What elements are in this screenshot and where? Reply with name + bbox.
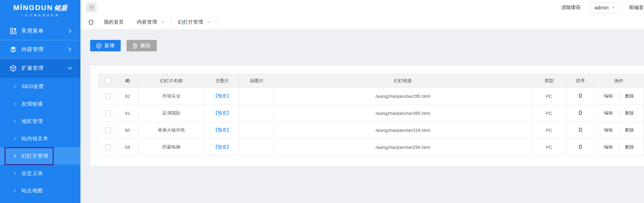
sidebar: MÍNGDUN铭盾 一站式网络服务机构 常用菜单	[0, 0, 80, 203]
delete-button[interactable]: 删除	[127, 40, 157, 51]
sub-image-cell	[240, 139, 274, 156]
id-cell: 60	[118, 122, 138, 139]
row-checkbox[interactable]	[105, 144, 111, 150]
main-image-cell: 【预览】	[205, 122, 240, 139]
column-header: 幻灯链接	[274, 74, 532, 88]
chevron-right-icon	[13, 119, 17, 123]
name-cell: 尚瑜实业	[138, 88, 205, 105]
link-cell: /wangzhanjianshe/316.html	[274, 122, 532, 139]
plus-circle-icon	[96, 43, 102, 49]
clear-cache-link[interactable]: 清除缓存	[561, 5, 581, 11]
column-header: 副图片	[240, 74, 274, 88]
delete-link[interactable]: 删除	[619, 143, 640, 151]
sub-image-cell	[240, 105, 274, 122]
table-header-row: ID幻灯片名称主图片副图片幻灯链接类型排序操作	[98, 74, 644, 88]
sidebar-item-extension-mgmt[interactable]: 扩展管理	[0, 58, 80, 78]
close-icon[interactable]: ×	[207, 19, 211, 25]
sub-image-cell	[240, 88, 274, 105]
column-header	[98, 74, 118, 88]
name-cell: 蒋麻火锅米线	[138, 122, 205, 139]
delete-link[interactable]: 删除	[619, 92, 640, 100]
brand-logo[interactable]: MÍNGDUN铭盾 一站式网络服务机构	[0, 0, 80, 22]
select-all-checkbox[interactable]	[105, 78, 111, 84]
preview-link[interactable]: 【预览】	[213, 127, 231, 133]
sidebar-subitem[interactable]: 地区管理	[0, 112, 80, 130]
column-header: ID	[118, 74, 138, 88]
toolbar: 新增 删除	[90, 40, 157, 51]
column-header: 类型	[532, 74, 567, 88]
chevron-right-icon	[13, 154, 17, 158]
table-row: 62尚瑜实业【预览】/wangzhanjianshe/295.htmlPC0编辑…	[98, 88, 644, 105]
tab[interactable]: 内容管理×	[130, 15, 171, 29]
add-button[interactable]: 新增	[90, 40, 121, 51]
user-dropdown[interactable]: admin ▼	[589, 2, 621, 13]
brand-name: MÍNGDUN铭盾	[0, 4, 80, 12]
sidebar-item-label: 内容管理	[22, 46, 68, 53]
brand-tagline: 一站式网络服务机构	[0, 14, 80, 17]
edit-link[interactable]: 编辑	[598, 109, 619, 117]
preview-link[interactable]: 【预览】	[213, 144, 231, 150]
sidebar-subitem-label: SEO设置	[22, 83, 44, 90]
edit-link[interactable]: 编辑	[598, 143, 619, 151]
delete-link[interactable]: 删除	[619, 109, 640, 117]
actions-cell: 编辑删除	[594, 88, 644, 105]
table-card: ID幻灯片名称主图片副图片幻灯链接类型排序操作 62尚瑜实业【预览】/wangz…	[90, 66, 644, 166]
sidebar-subitem[interactable]: 友情链接	[0, 95, 80, 112]
sidebar-subitem[interactable]: 自定义块	[0, 164, 80, 182]
sub-image-cell	[240, 122, 274, 139]
tab-label: 幻灯片管理	[178, 19, 203, 25]
sidebar-submenu: SEO设置友情链接地区管理站内锚文本幻灯片管理自定义块站点地图	[0, 78, 80, 199]
tab[interactable]: 幻灯片管理×	[171, 15, 217, 29]
sidebar-item-label: 常用菜单	[22, 28, 68, 34]
actions-cell: 编辑删除	[594, 139, 644, 156]
id-cell: 62	[118, 88, 138, 105]
sidebar-subitem[interactable]: 幻灯片管理	[0, 147, 80, 164]
table-row: 59西蒙电梯【预览】/wangzhanjianshe/294.htmlPC0编辑…	[98, 139, 644, 156]
topbar: 清除缓存 admin ▼ 前端首页	[80, 0, 644, 15]
sidebar-subitem-label: 自定义块	[22, 170, 43, 177]
tabs: 我的首页内容管理×幻灯片管理×	[97, 15, 217, 29]
checkbox-cell	[98, 122, 118, 139]
close-icon[interactable]: ×	[161, 19, 164, 25]
chevron-down-icon: ▼	[612, 6, 615, 9]
sidebar-subitem[interactable]: 站点地图	[0, 182, 80, 199]
username: admin	[594, 5, 609, 10]
edit-link[interactable]: 编辑	[598, 92, 619, 100]
tab[interactable]: 我的首页	[97, 15, 130, 29]
table-row: 61蓝调国际【预览】/wangzhanjianshe/365.htmlPC0编辑…	[98, 105, 644, 122]
chevron-right-icon	[13, 137, 17, 141]
id-cell: 59	[118, 139, 138, 156]
main-image-cell: 【预览】	[205, 105, 240, 122]
table-row: 60蒋麻火锅米线【预览】/wangzhanjianshe/316.htmlPC0…	[98, 122, 644, 139]
row-checkbox[interactable]	[105, 93, 111, 99]
frontend-home-link[interactable]: 前端首页	[629, 5, 644, 11]
column-header: 操作	[594, 74, 644, 88]
sidebar-subitem[interactable]: 站内锚文本	[0, 130, 80, 147]
column-header: 主图片	[205, 74, 240, 88]
sidebar-subitem-label: 幻灯片管理	[22, 153, 49, 159]
edit-link[interactable]: 编辑	[598, 126, 619, 134]
chevron-right-icon	[13, 171, 17, 175]
sidebar-subitem-label: 站内锚文本	[22, 135, 49, 142]
preview-link[interactable]: 【预览】	[213, 110, 231, 116]
home-icon[interactable]	[88, 19, 94, 25]
tab-label: 内容管理	[137, 19, 157, 25]
actions-cell: 编辑删除	[594, 105, 644, 122]
cube-icon	[10, 65, 17, 72]
chevron-right-icon	[68, 29, 72, 33]
layers-icon	[10, 46, 17, 53]
delete-button-label: 删除	[140, 43, 151, 49]
row-checkbox[interactable]	[105, 110, 111, 116]
delete-link[interactable]: 删除	[619, 126, 640, 134]
collapse-sidebar-button[interactable]	[86, 2, 97, 12]
sidebar-subitem-label: 友情链接	[22, 101, 43, 107]
sidebar-subitem[interactable]: SEO设置	[0, 78, 80, 95]
preview-link[interactable]: 【预览】	[213, 93, 231, 99]
grid-icon	[10, 27, 17, 34]
sidebar-item-content-mgmt[interactable]: 内容管理	[0, 40, 80, 58]
row-checkbox[interactable]	[105, 127, 111, 133]
sidebar-item-common-menu[interactable]: 常用菜单	[0, 22, 80, 40]
sort-cell: 0	[567, 122, 594, 139]
name-cell: 蓝调国际	[138, 105, 205, 122]
topbar-right: 清除缓存 admin ▼ 前端首页	[561, 0, 644, 15]
